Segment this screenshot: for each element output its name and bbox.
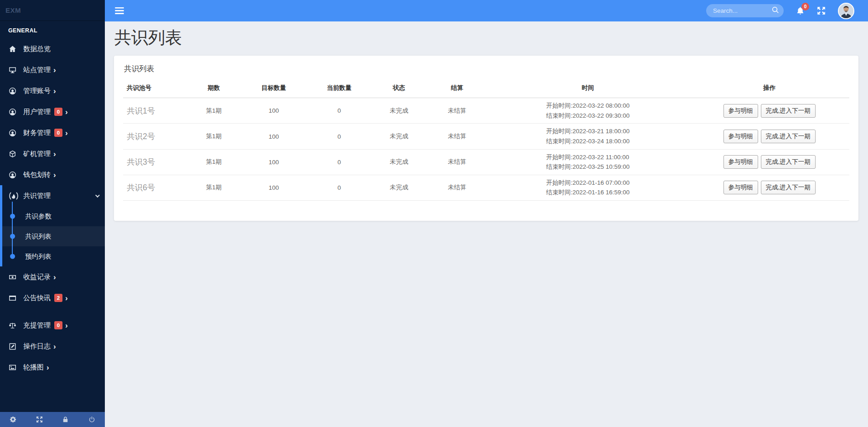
menu-toggle-button[interactable] <box>112 5 127 17</box>
end-time: 结束时间:2022-03-24 18:00:00 <box>546 136 630 146</box>
topbar: 0 <box>105 0 868 21</box>
timeline-dot <box>10 234 15 239</box>
participation-detail-button[interactable]: 参与明细 <box>723 104 758 118</box>
timeline-dot <box>10 254 15 259</box>
sidebar-badge: 0 <box>54 129 62 137</box>
fullscreen-button[interactable] <box>36 416 43 423</box>
start-time: 开始时间:2022-03-22 08:00:00 <box>546 101 630 111</box>
sidebar-item-label: 收益记录 <box>23 273 51 281</box>
table-row: 共识2号第1期1000未完成未结算开始时间:2022-03-21 18:00:0… <box>123 124 849 149</box>
sidebar-subitem-reservation-list[interactable]: 预约列表 <box>2 246 105 266</box>
sidebar-item-miner-management[interactable]: 矿机管理› <box>0 143 105 164</box>
chevron-right-icon: › <box>65 294 68 302</box>
pool-name-cell: 共识6号 <box>123 175 188 200</box>
desktop-icon <box>9 66 19 74</box>
chevron-right-icon: › <box>53 150 56 158</box>
user-circle-icon <box>9 87 19 95</box>
participation-detail-button[interactable]: 参与明细 <box>723 155 758 169</box>
column-header: 当前数量 <box>308 80 370 98</box>
chevron-right-icon: › <box>65 129 68 137</box>
sidebar-item-label: 站点管理 <box>23 66 51 74</box>
fullscreen-button[interactable] <box>817 6 826 15</box>
actions-cell: 参与明细完成,进入下一期 <box>690 98 850 124</box>
end-time: 结束时间:2022-03-25 10:59:00 <box>546 162 630 172</box>
sidebar-item-operation-logs[interactable]: 操作日志› <box>0 336 105 357</box>
sidebar-item-label: 操作日志 <box>23 342 51 351</box>
chevron-right-icon: › <box>65 322 68 329</box>
sidebar-badge: 0 <box>54 108 62 116</box>
period-cell: 第1期 <box>188 98 239 124</box>
sidebar-item-data-overview[interactable]: 数据总览 <box>0 38 105 59</box>
expand-icon <box>36 416 43 423</box>
target-quantity-cell: 100 <box>239 175 308 200</box>
user-avatar[interactable] <box>838 3 854 19</box>
complete-next-period-button[interactable]: 完成,进入下一期 <box>761 155 816 169</box>
settlement-cell: 未结算 <box>428 124 486 149</box>
notifications-button[interactable]: 0 <box>796 6 805 15</box>
start-time: 开始时间:2022-03-21 18:00:00 <box>546 126 630 136</box>
timeline-dot <box>10 214 15 219</box>
settlement-cell: 未结算 <box>428 98 486 124</box>
current-quantity-cell: 0 <box>308 175 370 200</box>
notification-badge: 0 <box>801 3 809 10</box>
search-button[interactable] <box>772 6 779 14</box>
power-button[interactable] <box>88 416 95 423</box>
balance-scale-icon <box>9 322 19 329</box>
settlement-cell: 未结算 <box>428 175 486 200</box>
sidebar-item-label: 财务管理 <box>23 129 51 137</box>
participation-detail-button[interactable]: 参与明细 <box>723 130 758 143</box>
sidebar-item-site-management[interactable]: 站点管理› <box>0 59 105 80</box>
column-header: 结算 <box>428 80 486 98</box>
chevron-right-icon: › <box>53 343 56 350</box>
current-quantity-cell: 0 <box>308 149 370 175</box>
complete-next-period-button[interactable]: 完成,进入下一期 <box>761 181 816 194</box>
period-cell: 第1期 <box>188 149 239 175</box>
image-icon <box>9 364 19 371</box>
sidebar-item-finance-management[interactable]: 财务管理0› <box>0 122 105 143</box>
status-cell: 未完成 <box>370 149 428 175</box>
current-quantity-cell: 0 <box>308 124 370 149</box>
home-icon <box>9 45 19 53</box>
start-time: 开始时间:2022-01-16 07:00:00 <box>546 178 630 188</box>
sidebar-item-consensus-management[interactable]: 共识管理 <box>2 185 105 206</box>
sidebar-subitem-label: 共识列表 <box>25 232 52 241</box>
status-cell: 未完成 <box>370 98 428 124</box>
time-range: 开始时间:2022-03-22 08:00:00结束时间:2022-03-22 … <box>546 101 630 120</box>
app-logo: EXM <box>0 0 105 21</box>
participation-detail-button[interactable]: 参与明细 <box>723 181 758 194</box>
sidebar-item-announcements[interactable]: 公告快讯2› <box>0 287 105 308</box>
sidebar-badge: 0 <box>54 321 62 329</box>
sidebar-group-consensus-management: 共识管理共识参数共识列表预约列表 <box>0 185 105 266</box>
complete-next-period-button[interactable]: 完成,进入下一期 <box>761 130 816 143</box>
table-header-row: 共识池号期数目标数量当前数量状态结算时间操作 <box>123 80 849 98</box>
settings-button[interactable] <box>10 416 16 423</box>
card-title: 共识列表 <box>124 64 849 74</box>
user-circle-icon <box>9 108 19 116</box>
start-time: 开始时间:2022-03-22 11:00:00 <box>546 152 630 162</box>
table-row: 共识1号第1期1000未完成未结算开始时间:2022-03-22 08:00:0… <box>123 98 849 124</box>
time-range: 开始时间:2022-03-21 18:00:00结束时间:2022-03-24 … <box>546 126 630 146</box>
column-header: 目标数量 <box>239 80 308 98</box>
sidebar-item-user-management[interactable]: 用户管理0› <box>0 101 105 122</box>
sidebar: EXM GENERAL 数据总览站点管理›管理账号›用户管理0›财务管理0›矿机… <box>0 0 105 427</box>
time-range: 开始时间:2022-01-16 07:00:00结束时间:2022-01-16 … <box>546 178 630 198</box>
column-header: 共识池号 <box>123 80 188 98</box>
sidebar-subitem-consensus-list[interactable]: 共识列表 <box>2 226 105 246</box>
chevron-down-icon <box>95 193 100 198</box>
sidebar-item-carousel[interactable]: 轮播图› <box>0 357 105 378</box>
end-time: 结束时间:2022-03-22 09:30:00 <box>546 111 630 121</box>
lock-button[interactable] <box>62 416 69 423</box>
sidebar-item-income-records[interactable]: 收益记录› <box>0 266 105 287</box>
sidebar-item-admin-accounts[interactable]: 管理账号› <box>0 80 105 101</box>
chevron-right-icon: › <box>65 108 68 116</box>
sidebar-item-wallet-transfer[interactable]: 钱包划转› <box>0 164 105 185</box>
settlement-cell: 未结算 <box>428 149 486 175</box>
sidebar-item-deposit-withdraw[interactable]: 充提管理0› <box>0 315 105 336</box>
gear-icon <box>10 416 16 423</box>
period-cell: 第1期 <box>188 124 239 149</box>
sidebar-item-label: 充提管理 <box>23 321 51 330</box>
sidebar-subitem-consensus-params[interactable]: 共识参数 <box>2 206 105 226</box>
complete-next-period-button[interactable]: 完成,进入下一期 <box>761 104 816 118</box>
sidebar-item-label: 轮播图 <box>23 363 44 372</box>
chevron-right-icon: › <box>53 66 56 74</box>
